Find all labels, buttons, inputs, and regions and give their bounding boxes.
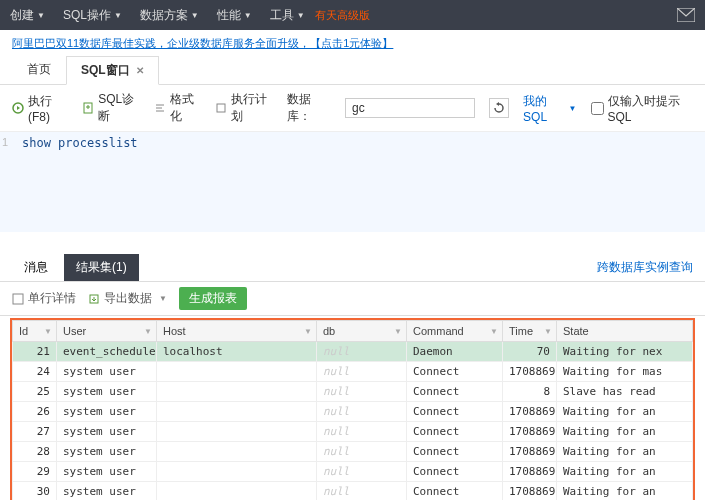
promo-badge[interactable]: 有天高级版: [315, 8, 370, 23]
tab-home[interactable]: 首页: [12, 55, 66, 84]
cell-user: system user: [57, 382, 157, 402]
align-icon: [154, 102, 166, 114]
col-id[interactable]: Id▼: [13, 321, 57, 342]
sql-diagnosis-button[interactable]: SQL诊断: [82, 91, 140, 125]
cell-user: system user: [57, 462, 157, 482]
header-row: Id▼ User▼ Host▼ db▼ Command▼ Time▼ State: [13, 321, 693, 342]
cell-id: 26: [13, 402, 57, 422]
tab-sql-window[interactable]: SQL窗口✕: [66, 56, 159, 85]
col-user[interactable]: User▼: [57, 321, 157, 342]
cell-db: null: [317, 402, 407, 422]
doc-plus-icon: [82, 102, 94, 114]
col-time[interactable]: Time▼: [503, 321, 557, 342]
table-row[interactable]: 26system usernullConnect1708869Waiting f…: [13, 402, 693, 422]
menu-sql-ops[interactable]: SQL操作▼: [63, 7, 122, 24]
export-data-button[interactable]: 导出数据▼: [88, 290, 167, 307]
cell-db: null: [317, 382, 407, 402]
cell-time: 8: [503, 382, 557, 402]
cell-id: 27: [13, 422, 57, 442]
table-row[interactable]: 28system usernullConnect1708869Waiting f…: [13, 442, 693, 462]
cell-command: Connect: [407, 422, 503, 442]
cross-db-query-link[interactable]: 跨数据库实例查询: [597, 259, 693, 276]
table-row[interactable]: 29system usernullConnect1708869Waiting f…: [13, 462, 693, 482]
cell-command: Connect: [407, 482, 503, 501]
cell-host: [157, 442, 317, 462]
result-grid: Id▼ User▼ Host▼ db▼ Command▼ Time▼ State…: [10, 318, 695, 500]
cell-state: Waiting for an: [557, 482, 693, 501]
table-row[interactable]: 30system usernullConnect1708869Waiting f…: [13, 482, 693, 501]
hint-only-checkbox[interactable]: 仅输入时提示SQL: [591, 93, 693, 124]
cell-user: system user: [57, 362, 157, 382]
cell-state: Waiting for mas: [557, 362, 693, 382]
sql-code[interactable]: show processlist: [22, 136, 701, 150]
cell-time: 70: [503, 342, 557, 362]
col-state[interactable]: State: [557, 321, 693, 342]
plan-icon: [215, 102, 227, 114]
db-label: 数据库：: [287, 91, 331, 125]
result-tabs: 消息 结果集(1) 跨数据库实例查询: [0, 250, 705, 281]
cell-state: Waiting for an: [557, 422, 693, 442]
promo-link[interactable]: 阿里巴巴双11数据库最佳实践，企业级数据库服务全面升级，【点击1元体验】: [0, 30, 705, 57]
cell-db: null: [317, 342, 407, 362]
format-button[interactable]: 格式化: [154, 91, 201, 125]
cell-state: Waiting for an: [557, 402, 693, 422]
tab-message[interactable]: 消息: [12, 254, 60, 281]
cell-db: null: [317, 462, 407, 482]
refresh-button[interactable]: [489, 98, 509, 118]
table-row[interactable]: 25system usernullConnect8Slave has read: [13, 382, 693, 402]
cell-command: Connect: [407, 402, 503, 422]
sql-toolbar: 执行(F8) SQL诊断 格式化 执行计划 数据库： gc 我的SQL▼ 仅输入…: [0, 85, 705, 132]
export-icon: [88, 293, 100, 305]
cell-command: Connect: [407, 362, 503, 382]
detail-icon: [12, 293, 24, 305]
cell-host: [157, 482, 317, 501]
hint-checkbox-input[interactable]: [591, 102, 604, 115]
cell-id: 30: [13, 482, 57, 501]
cell-user: system user: [57, 422, 157, 442]
col-host[interactable]: Host▼: [157, 321, 317, 342]
cell-id: 25: [13, 382, 57, 402]
col-command[interactable]: Command▼: [407, 321, 503, 342]
menu-tools[interactable]: 工具▼: [270, 7, 305, 24]
cell-state: Waiting for an: [557, 442, 693, 462]
close-icon[interactable]: ✕: [136, 65, 144, 76]
col-db[interactable]: db▼: [317, 321, 407, 342]
database-select[interactable]: gc: [345, 98, 475, 118]
tab-resultset[interactable]: 结果集(1): [64, 254, 139, 281]
cell-time: 1708869: [503, 362, 557, 382]
cell-host: [157, 462, 317, 482]
cell-user: system user: [57, 442, 157, 462]
cell-state: Waiting for an: [557, 462, 693, 482]
menu-performance[interactable]: 性能▼: [217, 7, 252, 24]
mail-icon[interactable]: [677, 8, 695, 22]
cell-host: [157, 382, 317, 402]
exec-plan-button[interactable]: 执行计划: [215, 91, 273, 125]
cell-id: 29: [13, 462, 57, 482]
menu-create[interactable]: 创建▼: [10, 7, 45, 24]
cell-user: system user: [57, 402, 157, 422]
menu-data-plan[interactable]: 数据方案▼: [140, 7, 199, 24]
my-sql-link[interactable]: 我的SQL▼: [523, 93, 576, 124]
cell-time: 1708869: [503, 442, 557, 462]
table-row[interactable]: 21event_schedulerlocalhostnullDaemon70Wa…: [13, 342, 693, 362]
table-row[interactable]: 24system usernullConnect1708869Waiting f…: [13, 362, 693, 382]
cell-host: [157, 422, 317, 442]
table-row[interactable]: 27system usernullConnect1708869Waiting f…: [13, 422, 693, 442]
svg-rect-4: [13, 294, 23, 304]
sql-editor[interactable]: 1 show processlist: [0, 132, 705, 232]
row-detail-button[interactable]: 单行详情: [12, 290, 76, 307]
cell-db: null: [317, 442, 407, 462]
menu-list: 创建▼ SQL操作▼ 数据方案▼ 性能▼ 工具▼: [10, 7, 305, 24]
result-toolbar: 单行详情 导出数据▼ 生成报表: [0, 281, 705, 316]
cell-db: null: [317, 422, 407, 442]
cell-id: 21: [13, 342, 57, 362]
cell-db: null: [317, 362, 407, 382]
execute-button[interactable]: 执行(F8): [12, 93, 68, 124]
generate-report-button[interactable]: 生成报表: [179, 287, 247, 310]
cell-state: Waiting for nex: [557, 342, 693, 362]
cell-host: [157, 362, 317, 382]
cell-command: Daemon: [407, 342, 503, 362]
refresh-icon: [493, 102, 505, 114]
cell-user: event_scheduler: [57, 342, 157, 362]
cell-command: Connect: [407, 382, 503, 402]
